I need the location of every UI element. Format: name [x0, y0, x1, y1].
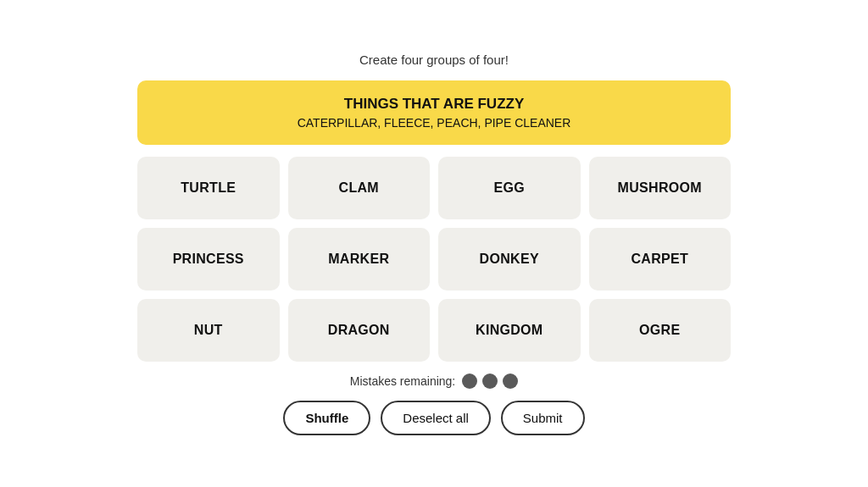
mistake-dot: [503, 374, 518, 389]
deselect-button[interactable]: Deselect all: [381, 401, 491, 435]
mistakes-row: Mistakes remaining:: [350, 374, 519, 389]
word-tile[interactable]: NUT: [137, 299, 280, 362]
word-tile[interactable]: PRINCESS: [137, 228, 280, 291]
solved-group-title: THINGS THAT ARE FUZZY: [158, 96, 710, 113]
submit-button[interactable]: Submit: [501, 401, 585, 435]
word-tile[interactable]: MARKER: [288, 228, 431, 291]
game-container: Create four groups of four! THINGS THAT …: [137, 53, 731, 435]
word-grid: TURTLECLAMEGGMUSHROOMPRINCESSMARKERDONKE…: [137, 157, 731, 362]
word-tile[interactable]: CARPET: [589, 228, 732, 291]
mistake-dot: [462, 374, 477, 389]
solved-group-card: THINGS THAT ARE FUZZY CATERPILLAR, FLEEC…: [137, 80, 731, 145]
word-tile[interactable]: TURTLE: [137, 157, 280, 219]
mistakes-label: Mistakes remaining:: [350, 374, 456, 388]
buttons-row: Shuffle Deselect all Submit: [283, 401, 584, 435]
page-subtitle: Create four groups of four!: [359, 53, 509, 67]
word-tile[interactable]: MUSHROOM: [589, 157, 732, 219]
word-tile[interactable]: DRAGON: [288, 299, 431, 362]
solved-group-items: CATERPILLAR, FLEECE, PEACH, PIPE CLEANER: [158, 116, 710, 130]
word-tile[interactable]: EGG: [438, 157, 581, 219]
mistake-dot: [482, 374, 498, 389]
shuffle-button[interactable]: Shuffle: [283, 401, 370, 435]
word-tile[interactable]: DONKEY: [438, 228, 581, 291]
word-tile[interactable]: CLAM: [288, 157, 431, 219]
word-tile[interactable]: OGRE: [589, 299, 732, 362]
mistakes-dots: [462, 374, 518, 389]
word-tile[interactable]: KINGDOM: [438, 299, 581, 362]
